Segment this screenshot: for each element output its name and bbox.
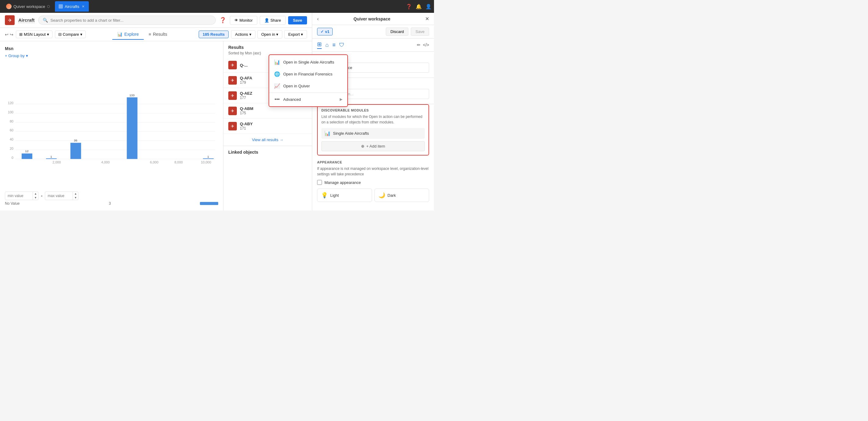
share-button[interactable]: 👤 Share — [260, 16, 286, 25]
compare-chevron-icon: ▾ — [80, 32, 83, 37]
save-panel-button[interactable]: Save — [411, 28, 429, 36]
edit-code-button[interactable]: </> — [423, 43, 429, 47]
explore-tab[interactable]: 📊 Explore — [112, 29, 144, 40]
svg-text:100: 100 — [8, 110, 13, 114]
group-by-button[interactable]: + Group by ▾ — [5, 53, 218, 58]
actions-button[interactable]: Actions ▾ — [231, 30, 255, 38]
svg-text:2,000: 2,000 — [53, 160, 61, 164]
min-range-input[interactable]: ▲ ▼ — [5, 192, 38, 200]
save-button[interactable]: Save — [288, 16, 307, 24]
dark-theme-button[interactable]: 🌙 Dark — [374, 189, 429, 202]
open-in-dropdown: 📊 Open in Single Aisle Aircrafts 🌐 Open … — [269, 54, 348, 107]
version-check-icon: ✓ — [320, 29, 324, 34]
aircrafts-tab-label: Aircrafts — [65, 4, 79, 9]
user-icon[interactable]: 👤 — [426, 4, 432, 9]
aircrafts-tab-icon — [59, 4, 63, 8]
view-all-link[interactable]: View all results → — [223, 134, 312, 146]
add-item-button[interactable]: ⊕ + Add item — [321, 141, 425, 151]
nav-home-icon[interactable]: ⌂ — [326, 42, 329, 48]
result-info-3: Q-ABY 171 — [240, 121, 253, 131]
dropdown-item-advanced[interactable]: ••• Advanced ▶ — [269, 93, 347, 105]
entity-label[interactable]: Aircraft — [18, 18, 34, 23]
workspace-tab-label: Quiver workspace — [13, 4, 45, 9]
linked-objects-header: Linked objects — [223, 146, 312, 158]
svg-text:40: 40 — [10, 138, 13, 141]
aircrafts-tab-close[interactable]: ✕ — [81, 5, 85, 8]
max-down-button[interactable]: ▼ — [73, 196, 78, 200]
max-up-button[interactable]: ▲ — [73, 192, 78, 196]
dark-icon: 🌙 — [378, 192, 385, 199]
nav-layout-icon[interactable]: ⊞ — [317, 41, 322, 49]
manage-appearance-label[interactable]: Manage appearance — [324, 180, 361, 185]
discard-button[interactable]: Discard — [386, 28, 408, 36]
main-area: ✈ Aircraft 🔍 ❓ 👁 Monitor 👤 Share Save — [0, 13, 434, 210]
min-down-button[interactable]: ▼ — [33, 196, 38, 200]
back-button[interactable]: ‹ — [317, 16, 319, 22]
workspace-tab[interactable]: Quiver workspace ⬡ — [2, 1, 54, 11]
quiver-open-icon: 📈 — [274, 83, 280, 89]
tab-bar: Quiver workspace ⬡ Aircrafts ✕ ❓ 🔔 👤 — [0, 0, 434, 13]
undo-redo: ↩ ↪ — [5, 32, 13, 37]
nav-shield-icon[interactable]: 🛡 — [339, 42, 345, 48]
explore-icon: 📊 — [117, 32, 122, 37]
svg-rect-16 — [46, 158, 57, 159]
result-icon-partial: ✈ — [228, 61, 237, 69]
toolbar: ✈ Aircraft 🔍 ❓ 👁 Monitor 👤 Share Save — [0, 13, 312, 28]
light-theme-button[interactable]: 💡 Light — [317, 189, 372, 202]
max-value-field[interactable] — [45, 193, 73, 199]
panel-nav-edit: ✏ </> — [417, 43, 429, 47]
search-icon: 🔍 — [43, 18, 48, 23]
results-tab[interactable]: ≡ Results — [144, 29, 172, 40]
result-info-2: Q-ABM 175 — [240, 106, 253, 115]
svg-text:1: 1 — [50, 155, 52, 158]
manage-appearance-checkbox[interactable] — [317, 180, 322, 185]
advanced-icon: ••• — [274, 96, 280, 102]
no-value-row: No Value 3 — [5, 201, 218, 206]
appearance-section: APPEARANCE If appearance is not managed … — [312, 156, 434, 207]
nav-menu-icon[interactable]: ≡ — [332, 42, 336, 48]
close-button[interactable]: ✕ — [425, 16, 429, 22]
search-bar[interactable]: 🔍 — [38, 16, 215, 25]
single-aisle-icon: 📊 — [274, 59, 280, 65]
results-header: Results — [223, 41, 312, 51]
appearance-desc: If appearance is not managed on workspac… — [317, 166, 429, 177]
svg-text:60: 60 — [10, 128, 13, 132]
toolbar-right: 👁 Monitor 👤 Share Save — [230, 16, 307, 25]
monitor-button[interactable]: 👁 Monitor — [230, 16, 257, 25]
min-up-button[interactable]: ▲ — [33, 192, 38, 196]
layout-button[interactable]: ⊞ MSN Layout ▾ — [16, 31, 53, 38]
result-item-3[interactable]: ✈ Q-ABY 171 — [223, 118, 312, 134]
min-value-field[interactable] — [5, 193, 33, 199]
help-icon[interactable]: ❓ — [406, 4, 412, 9]
dropdown-item-financial-forensics[interactable]: 🌐 Open in Financial Forensics — [269, 68, 347, 80]
max-range-input[interactable]: ▲ ▼ — [45, 192, 79, 200]
open-in-button[interactable]: Open in ▾ — [257, 30, 283, 38]
module-icon: 📊 — [324, 131, 331, 136]
aircrafts-tab[interactable]: Aircrafts ✕ — [55, 1, 89, 11]
dropdown-item-single-aisle[interactable]: 📊 Open in Single Aisle Aircrafts — [269, 56, 347, 68]
svg-text:20: 20 — [10, 147, 13, 150]
export-button[interactable]: Export ▾ — [284, 30, 307, 38]
svg-text:120: 120 — [8, 101, 13, 105]
bell-icon[interactable]: 🔔 — [416, 4, 422, 9]
version-badge: ✓ v1 — [317, 28, 333, 35]
module-label: Single Aisle Aircrafts — [333, 131, 369, 136]
min-spinners: ▲ ▼ — [33, 192, 38, 200]
help-icon-toolbar[interactable]: ❓ — [219, 17, 226, 24]
compare-button[interactable]: ⊟ Compare ▾ — [55, 31, 86, 38]
chart-wrapper: 0 20 40 60 80 100 120 — [5, 62, 218, 206]
svg-text:8,000: 8,000 — [174, 160, 183, 164]
layout-chevron-icon: ▾ — [47, 32, 49, 37]
result-info-1: Q-AEZ 177 — [240, 91, 252, 100]
edit-visual-button[interactable]: ✏ — [417, 43, 421, 47]
redo-button[interactable]: ↪ — [10, 32, 13, 37]
max-spinners: ▲ ▼ — [73, 192, 78, 200]
workspace-tab-pin: ⬡ — [47, 5, 50, 8]
search-input[interactable] — [50, 18, 211, 23]
dropdown-item-quiver[interactable]: 📈 Open in Quiver — [269, 80, 347, 92]
no-value-bar — [200, 202, 218, 205]
undo-button[interactable]: ↩ — [5, 32, 8, 37]
version-bar: ✓ v1 Discard Save — [312, 25, 434, 38]
results-count: 185 Results — [199, 31, 228, 38]
panel-nav: ⊞ ⌂ ≡ 🛡 ✏ </> — [312, 38, 434, 52]
